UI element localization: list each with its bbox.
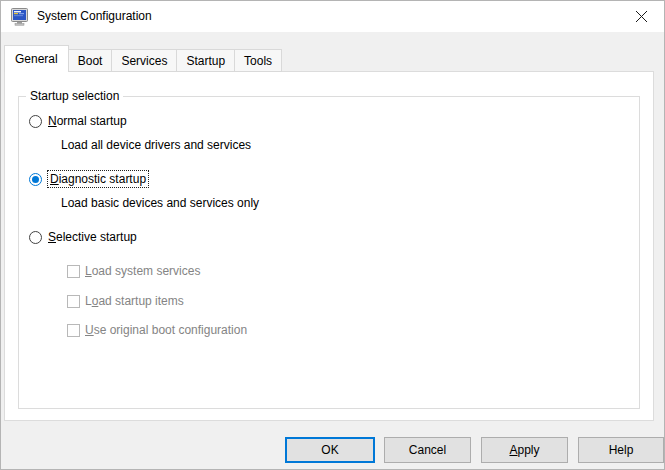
ok-button[interactable]: OK bbox=[285, 437, 375, 463]
tab-services-label: Services bbox=[121, 54, 167, 68]
radio-label-selective: Selective startup bbox=[48, 230, 137, 244]
diagnostic-startup-description: Load basic devices and services only bbox=[61, 195, 259, 211]
radio-normal-startup[interactable]: Normal startup bbox=[29, 113, 127, 129]
tab-startup[interactable]: Startup bbox=[176, 49, 235, 72]
window-title: System Configuration bbox=[37, 1, 152, 32]
radio-selective-startup[interactable]: Selective startup bbox=[29, 229, 137, 245]
checkbox-load-startup-items: Load startup items bbox=[67, 293, 184, 309]
radio-circle-normal[interactable] bbox=[29, 115, 42, 128]
help-button-label: Help bbox=[609, 443, 634, 457]
close-x-icon bbox=[635, 10, 648, 23]
tab-boot-label: Boot bbox=[78, 54, 103, 68]
checkbox-box-load-startup-items bbox=[67, 295, 80, 308]
checkbox-load-system-services: Load system services bbox=[67, 263, 200, 279]
tab-general[interactable]: General bbox=[4, 45, 69, 72]
checkbox-label-use-original-boot-configuration: Use original boot configuration bbox=[85, 323, 247, 337]
general-tab-pane: Startup selection Normal startup Load al… bbox=[4, 71, 654, 421]
msconfig-monitor-icon bbox=[11, 8, 30, 26]
checkbox-label-load-system-services: Load system services bbox=[85, 264, 200, 278]
startup-selection-groupbox: Startup selection Normal startup Load al… bbox=[18, 96, 640, 409]
tab-general-label: General bbox=[15, 52, 58, 66]
checkbox-box-load-system-services bbox=[67, 265, 80, 278]
ok-button-label: OK bbox=[321, 443, 338, 457]
cancel-button-label: Cancel bbox=[409, 443, 446, 457]
cancel-button[interactable]: Cancel bbox=[384, 437, 471, 463]
radio-diagnostic-startup[interactable]: Diagnostic startup bbox=[29, 171, 148, 187]
apply-button[interactable]: Apply bbox=[481, 437, 568, 463]
groupbox-title: Startup selection bbox=[26, 89, 123, 103]
tab-strip: General Boot Services Startup Tools bbox=[4, 45, 281, 72]
tab-boot[interactable]: Boot bbox=[68, 49, 113, 72]
radio-circle-selective[interactable] bbox=[29, 231, 42, 244]
help-button[interactable]: Help bbox=[578, 437, 664, 463]
checkbox-box-use-original-boot-configuration bbox=[67, 324, 80, 337]
titlebar: System Configuration bbox=[1, 1, 664, 32]
tab-tools-label: Tools bbox=[244, 54, 272, 68]
tab-tools[interactable]: Tools bbox=[234, 49, 282, 72]
system-configuration-window: System Configuration General Boot Servic… bbox=[0, 0, 665, 470]
normal-startup-description: Load all device drivers and services bbox=[61, 137, 251, 153]
close-button[interactable] bbox=[619, 1, 664, 32]
checkbox-label-load-startup-items: Load startup items bbox=[85, 294, 184, 308]
radio-label-normal: Normal startup bbox=[48, 114, 127, 128]
tab-services[interactable]: Services bbox=[111, 49, 177, 72]
tab-startup-label: Startup bbox=[186, 54, 225, 68]
radio-circle-diagnostic[interactable] bbox=[29, 173, 42, 186]
apply-button-label: Apply bbox=[509, 443, 539, 457]
checkbox-use-original-boot-configuration: Use original boot configuration bbox=[67, 322, 247, 338]
radio-label-diagnostic: Diagnostic startup bbox=[48, 171, 148, 187]
